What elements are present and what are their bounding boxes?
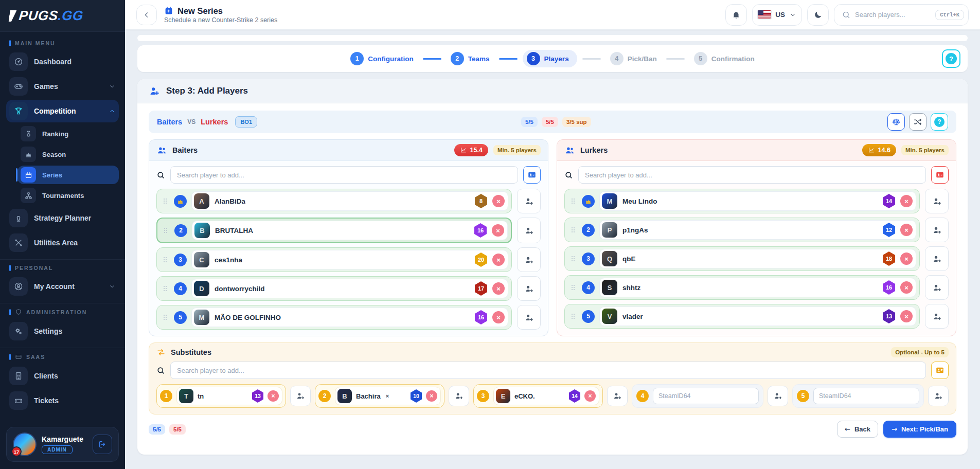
player-slot[interactable]: 2BBRUTALHA16× (156, 218, 512, 243)
player-card[interactable]: QqbE18× (599, 249, 916, 268)
sidebar-item-series[interactable]: Series (17, 166, 119, 184)
remove-player-button[interactable]: × (426, 390, 437, 402)
team-player-search-input[interactable] (578, 166, 926, 184)
sidebar-item-season[interactable]: Season (17, 145, 119, 164)
remove-player-button[interactable]: × (584, 390, 596, 402)
substitutes-header: Substitutes Optional - Up to 5 (149, 343, 956, 362)
player-slot[interactable]: 2Pp1ngAs12× (564, 218, 920, 242)
substitute-card[interactable]: BBachira×10× (335, 387, 441, 405)
step-pick-ban[interactable]: 4Pick/Ban (606, 50, 661, 67)
player-slot[interactable]: MMeu Lindo14× (564, 189, 920, 213)
notifications-button[interactable] (725, 4, 747, 26)
substitute-search-input[interactable] (170, 362, 926, 379)
remove-player-button[interactable]: × (492, 282, 505, 295)
sidebar-item-tickets[interactable]: Tickets (6, 389, 119, 412)
stepper-help-button[interactable]: ? (942, 49, 960, 68)
switch-player-button[interactable] (517, 218, 541, 243)
step-configuration[interactable]: 1Configuration (346, 50, 417, 67)
switch-player-button[interactable] (925, 246, 949, 271)
theme-toggle-button[interactable] (807, 4, 829, 26)
switch-substitute-button[interactable] (290, 386, 311, 406)
remove-player-button[interactable]: × (268, 390, 279, 402)
substitute-slot[interactable]: 3EeCKO.14× (473, 384, 603, 408)
remove-player-button[interactable]: × (492, 224, 504, 237)
step-teams[interactable]: 2Teams (447, 50, 494, 67)
team-player-search-input[interactable] (170, 166, 518, 184)
logout-button[interactable] (93, 435, 112, 454)
player-row: 4Ddontworrychild17× (156, 276, 541, 301)
sidebar-item-settings[interactable]: Settings (6, 320, 119, 342)
steamid-input[interactable] (813, 388, 919, 404)
switch-player-button[interactable] (925, 275, 949, 300)
back-nav-button[interactable] (136, 5, 157, 25)
player-card[interactable]: MMÃO DE GOLFINHO16× (191, 308, 508, 327)
player-slot[interactable]: 3Cces1nha20× (156, 247, 512, 272)
sidebar-item-clients[interactable]: Clients (6, 365, 119, 387)
sidebar-item-competition[interactable]: Competition (6, 100, 119, 122)
remove-player-button[interactable]: × (492, 254, 505, 266)
sidebar-item-my-account[interactable]: My Account (6, 275, 119, 298)
substitute-slot[interactable]: 2BBachira×10× (315, 384, 444, 408)
players-help-button[interactable]: ? (931, 113, 948, 131)
add-player-by-id-button[interactable] (523, 166, 541, 184)
remove-player-button[interactable]: × (900, 252, 913, 265)
switch-player-button[interactable] (517, 247, 541, 272)
remove-player-button[interactable]: × (492, 195, 505, 207)
shuffle-teams-button[interactable] (909, 113, 926, 131)
calendar-icon (25, 171, 32, 179)
balance-teams-button[interactable] (887, 113, 905, 131)
user-card[interactable]: 17 Kamarguete ADMIN (6, 427, 119, 462)
add-substitute-by-id-button[interactable] (931, 362, 949, 379)
sidebar-item-games[interactable]: Games (6, 75, 119, 98)
switch-substitute-button[interactable] (449, 386, 469, 406)
player-card[interactable]: Vvlader13× (599, 306, 916, 326)
substitute-slot[interactable]: 1Ttn13× (156, 384, 286, 408)
player-card[interactable]: Sshhtz16× (599, 278, 916, 297)
sidebar-item-tournaments[interactable]: Tournaments (17, 186, 119, 205)
avatar: M (194, 310, 209, 325)
player-slot[interactable]: 5Vvlader13× (564, 304, 920, 329)
remove-player-button[interactable]: × (900, 224, 913, 236)
player-slot[interactable]: 4Ddontworrychild17× (156, 276, 512, 301)
player-slot[interactable]: 5MMÃO DE GOLFINHO16× (156, 305, 512, 330)
remove-player-button[interactable]: × (492, 311, 505, 323)
us-flag-icon (758, 10, 771, 19)
global-search-input[interactable] (855, 11, 931, 19)
switch-player-button[interactable] (517, 189, 541, 213)
player-slot[interactable]: 3QqbE18× (564, 246, 920, 271)
substitute-card[interactable]: Ttn13× (176, 387, 282, 405)
player-card[interactable]: AAlanBiDa8× (191, 191, 508, 211)
step-confirmation[interactable]: 5Confirmation (690, 50, 759, 67)
remove-player-button[interactable]: × (900, 310, 913, 322)
substitute-card[interactable]: EeCKO.14× (493, 387, 599, 405)
switch-player-button[interactable] (517, 276, 541, 301)
player-slot[interactable]: AAlanBiDa8× (156, 189, 512, 213)
step-players[interactable]: 3Players (523, 50, 577, 67)
locale-selector[interactable]: US (752, 4, 802, 26)
sidebar-item-strategy-planner[interactable]: Strategy Planner (6, 207, 119, 229)
sidebar-item-utilities-area[interactable]: Utilities Area (6, 231, 119, 254)
switch-player-button[interactable] (925, 218, 949, 242)
player-card[interactable]: Ddontworrychild17× (191, 279, 508, 298)
player-card[interactable]: MMeu Lindo14× (599, 191, 916, 211)
switch-player-button[interactable] (925, 304, 949, 329)
remove-player-button[interactable]: × (900, 281, 913, 294)
player-card[interactable]: BBRUTALHA16× (192, 221, 508, 240)
steamid-input[interactable] (653, 388, 759, 404)
sidebar-item-ranking[interactable]: Ranking (17, 124, 119, 143)
player-slot[interactable]: 4Sshhtz16× (564, 275, 920, 300)
switch-player-button[interactable] (517, 305, 541, 330)
add-player-by-id-button[interactable] (931, 166, 949, 184)
switch-substitute-button[interactable] (928, 386, 949, 406)
player-card[interactable]: Cces1nha20× (191, 250, 508, 269)
next-step-button[interactable]: →Next: Pick/Ban (883, 421, 956, 438)
switch-substitute-button[interactable] (768, 386, 788, 406)
sidebar-item-dashboard[interactable]: Dashboard (6, 50, 119, 73)
back-step-button[interactable]: ←Back (837, 421, 878, 438)
player-card[interactable]: Pp1ngAs12× (599, 220, 916, 240)
remove-player-button[interactable]: × (900, 195, 913, 207)
switch-substitute-button[interactable] (607, 386, 628, 406)
player-name: p1ngAs (622, 226, 648, 234)
switch-player-button[interactable] (925, 189, 949, 213)
logout-icon (98, 440, 107, 449)
